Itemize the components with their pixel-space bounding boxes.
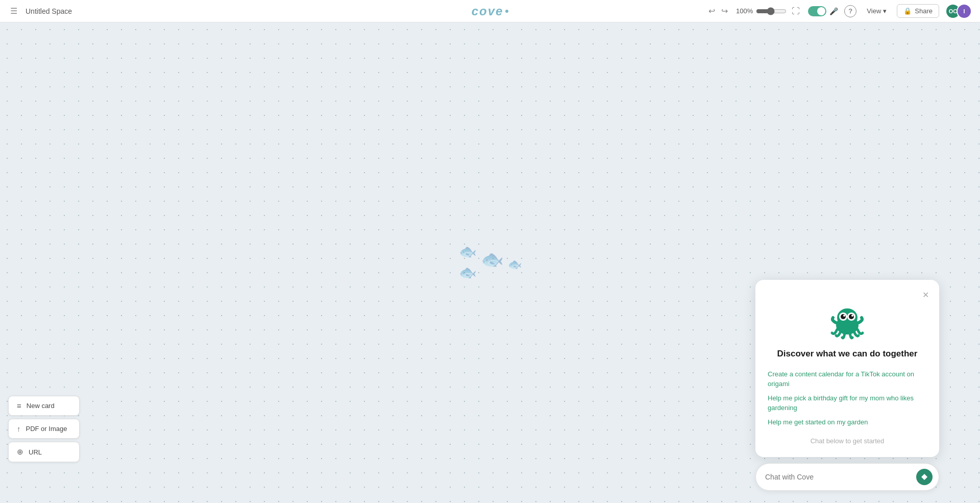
zoom-fit-button[interactable]: ⛶ — [790, 5, 802, 18]
chat-input[interactable] — [765, 473, 916, 481]
share-button[interactable]: 🔒 Share — [897, 4, 939, 18]
chat-panel-body: Discover what we can do together Create … — [755, 300, 939, 458]
bottom-toolbar: ≡ New card ↑ PDF or Image ⊕ URL — [8, 396, 80, 462]
zoom-slider[interactable] — [756, 7, 787, 15]
close-panel-button[interactable]: ✕ — [922, 290, 929, 300]
view-label: View — [867, 7, 881, 15]
svg-point-7 — [851, 315, 853, 317]
svg-point-4 — [841, 314, 846, 319]
zoom-level: 100% — [736, 7, 753, 15]
suggestion-item-2[interactable]: Help me pick a birthday gift for my mom … — [768, 391, 927, 415]
suggestions-list: Create a content calendar for a TikTok a… — [768, 367, 927, 429]
navbar: ☰ Untitled Space cove ↩ ↪ 100% ⛶ 🎤 ? Vie… — [0, 0, 980, 22]
diamond-send-icon — [921, 473, 928, 481]
cove-mascot-icon — [827, 300, 868, 341]
chat-input-area — [755, 463, 939, 491]
chat-input-wrapper — [755, 463, 939, 491]
avatar-i: I — [957, 4, 972, 19]
svg-point-5 — [849, 314, 854, 319]
new-card-button[interactable]: ≡ New card — [8, 396, 80, 416]
navbar-left: ☰ Untitled Space — [8, 4, 329, 18]
avatar-group: OC I — [945, 4, 972, 19]
svg-point-6 — [843, 315, 845, 317]
hamburger-menu-button[interactable]: ☰ — [8, 4, 19, 18]
chat-panel-header: ✕ — [755, 280, 939, 300]
url-label: URL — [29, 448, 42, 456]
url-button[interactable]: ⊕ URL — [8, 442, 80, 462]
toggle-container: 🎤 — [808, 6, 838, 16]
share-label: Share — [915, 7, 933, 15]
pdf-image-button[interactable]: ↑ PDF or Image — [8, 419, 80, 439]
navbar-right: ↩ ↪ 100% ⛶ 🎤 ? View ▾ 🔒 Share OC I — [651, 4, 972, 19]
chat-panel: ✕ Discover wh — [755, 280, 939, 458]
cove-logo: cove — [472, 4, 509, 18]
fish-decoration: 🐟 🐟 🐟 🐟 — [459, 243, 522, 281]
navbar-center: cove — [329, 4, 650, 18]
send-button[interactable] — [916, 469, 933, 485]
logo-dot — [505, 10, 508, 13]
lock-icon: 🔒 — [903, 7, 912, 15]
view-dropdown-button[interactable]: View ▾ — [863, 5, 891, 17]
panel-title: Discover what we can do together — [777, 349, 918, 359]
new-card-label: New card — [27, 402, 55, 410]
undo-redo-group: ↩ ↪ — [706, 4, 730, 18]
zoom-control: 100% ⛶ — [736, 5, 802, 18]
mic-icon: 🎤 — [829, 7, 838, 15]
fish-icon-2: 🐟 — [459, 264, 477, 281]
chat-hint: Chat below to get started — [811, 437, 885, 445]
view-toggle[interactable] — [808, 6, 826, 16]
space-title: Untitled Space — [26, 7, 72, 15]
redo-button[interactable]: ↪ — [719, 4, 730, 18]
undo-button[interactable]: ↩ — [706, 4, 717, 18]
fish-icon-4: 🐟 — [508, 258, 522, 271]
suggestion-item-3[interactable]: Help me get started on my garden — [768, 415, 927, 429]
pdf-image-icon: ↑ — [17, 424, 21, 433]
help-button[interactable]: ? — [844, 5, 856, 17]
fish-icon-1: 🐟 — [459, 243, 477, 260]
fish-icon-3: 🐟 — [481, 249, 504, 270]
new-card-icon: ≡ — [17, 401, 21, 410]
url-icon: ⊕ — [17, 447, 23, 457]
pdf-image-label: PDF or Image — [26, 425, 67, 433]
suggestion-item-1[interactable]: Create a content calendar for a TikTok a… — [768, 367, 927, 391]
svg-marker-8 — [921, 474, 927, 480]
chevron-down-icon: ▾ — [883, 7, 887, 15]
